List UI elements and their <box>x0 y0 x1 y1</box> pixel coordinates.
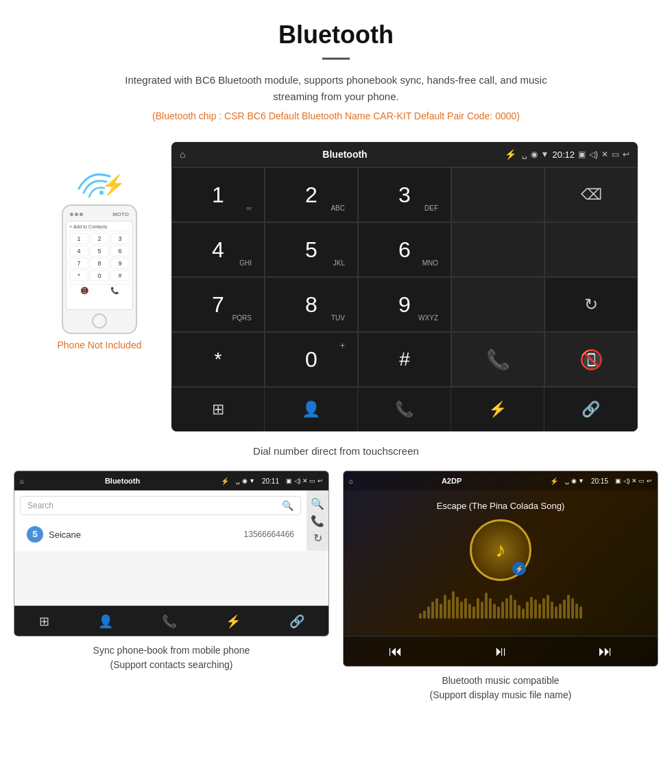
phonebook-caption: Sync phone-book from mobile phone(Suppor… <box>93 643 250 672</box>
pb-time: 20:11 <box>262 477 279 485</box>
music-waveform <box>354 591 647 619</box>
prev-track-icon[interactable]: ⏮ <box>389 643 403 659</box>
call-button[interactable]: 📞 <box>451 332 544 387</box>
music-status-bar: ⌂ A2DP ⚡ ␣ ◉ ▼ 20:15 ▣ ◁) ✕ ▭ ↩ <box>344 471 658 490</box>
volume-icon: ◁) <box>589 150 598 159</box>
pb-empty-area <box>14 551 328 606</box>
back-icon: ↩ <box>623 150 629 159</box>
title-divider <box>322 58 350 60</box>
dial-key-6[interactable]: 6 MNO <box>358 222 451 277</box>
bluetooth-badge: ⚡ <box>512 562 526 575</box>
dial-caption: Dial number direct from touchscreen <box>0 438 672 471</box>
page-description: Integrated with BC6 Bluetooth module, su… <box>103 72 569 105</box>
contact-number: 13566664466 <box>244 530 294 539</box>
dial-status-bar: ⌂ Bluetooth ⚡ ␣ ◉ ▼ 20:12 ▣ ◁) ✕ ▭ ↩ <box>171 142 638 167</box>
pb-contact: S Seicane 13566664466 <box>20 521 301 548</box>
contact-avatar: S <box>27 526 43 543</box>
pb-phone-icon[interactable]: 📞 <box>162 614 177 629</box>
pb-right-icons: 🔍 📞 ↻ <box>307 490 328 551</box>
pb-search-placeholder: Search <box>27 501 53 510</box>
dial-screen-title: Bluetooth <box>191 149 499 160</box>
backspace-button[interactable]: ⌫ <box>544 167 638 222</box>
music-note-icon: ♪ <box>496 538 506 562</box>
empty-3 <box>451 277 544 332</box>
pb-link-icon[interactable]: 🔗 <box>289 614 304 629</box>
song-title: Escape (The Pina Colada Song) <box>437 501 564 511</box>
svg-point-1 <box>99 191 104 195</box>
usb-icon: ⚡ <box>505 149 516 160</box>
pb-title: Bluetooth <box>28 477 217 485</box>
dial-key-3[interactable]: 3 DEF <box>358 167 451 222</box>
pb-status-bar: ⌂ Bluetooth ⚡ ␣ ◉ ▼ 20:11 ▣ ◁) ✕ ▭ ↩ <box>14 471 328 490</box>
dial-key-5[interactable]: 5 JKL <box>265 222 358 277</box>
svg-text:⚡: ⚡ <box>101 174 123 196</box>
pb-search-bar[interactable]: Search 🔍 <box>20 496 301 515</box>
reload-button[interactable]: ↻ <box>544 277 638 332</box>
location-icon: ◉ <box>531 150 538 159</box>
display-area <box>451 167 544 222</box>
camera-icon: ▣ <box>578 150 586 159</box>
wifi-icon: ⚡ <box>75 163 123 204</box>
phonebook-block: ⌂ Bluetooth ⚡ ␣ ◉ ▼ 20:11 ▣ ◁) ✕ ▭ ↩ Sea… <box>14 471 329 702</box>
pb-main: Search 🔍 S Seicane 13566664466 <box>14 490 307 551</box>
phone-body: MOTO + Add to Contacts 123 456 789 *0# 📵… <box>62 204 137 334</box>
dial-key-2[interactable]: 2 ABC <box>265 167 358 222</box>
status-right-icons: ␣ ◉ ▼ 20:12 ▣ ◁) ✕ ▭ ↩ <box>522 150 629 160</box>
phone-illustration: ⚡ MOTO + Add to Contacts 123 <box>34 142 165 351</box>
music-title: A2DP <box>357 477 546 485</box>
dial-key-8[interactable]: 8 TUV <box>265 277 358 332</box>
pb-search-icon[interactable]: 🔍 <box>311 497 324 510</box>
dial-bottom-bar: ⊞ 👤 📞 ⚡ 🔗 <box>171 387 638 431</box>
play-pause-icon[interactable]: ⏯ <box>494 643 507 659</box>
pb-bluetooth-icon[interactable]: ⚡ <box>226 614 241 629</box>
phonebook-frame: ⌂ Bluetooth ⚡ ␣ ◉ ▼ 20:11 ▣ ◁) ✕ ▭ ↩ Sea… <box>14 471 329 637</box>
pb-grid-icon[interactable]: ⊞ <box>39 614 49 629</box>
end-call-button[interactable]: 📵 <box>544 332 638 387</box>
dial-key-star[interactable]: * <box>171 332 265 387</box>
music-content: Escape (The Pina Colada Song) ♪ ⚡ <box>344 490 658 636</box>
bottom-screenshots: ⌂ Bluetooth ⚡ ␣ ◉ ▼ 20:11 ▣ ◁) ✕ ▭ ↩ Sea… <box>0 471 672 716</box>
empty-1 <box>451 222 544 277</box>
album-art: ♪ ⚡ <box>470 519 531 581</box>
dial-key-9[interactable]: 9 WXYZ <box>358 277 451 332</box>
status-time: 20:12 <box>552 150 575 160</box>
empty-2 <box>544 222 638 277</box>
link-icon-button[interactable]: 🔗 <box>544 388 638 431</box>
dial-key-0[interactable]: 0 + <box>265 332 358 387</box>
signal-icon: ▼ <box>541 150 549 159</box>
music-frame: ⌂ A2DP ⚡ ␣ ◉ ▼ 20:15 ▣ ◁) ✕ ▭ ↩ Escape (… <box>343 471 658 667</box>
phone-icon-button[interactable]: 📞 <box>358 388 451 431</box>
pb-reload-icon[interactable]: ↻ <box>313 532 322 545</box>
dial-key-hash[interactable]: # <box>358 332 451 387</box>
pb-content-wrapper: Search 🔍 S Seicane 13566664466 🔍 📞 ↻ <box>14 490 328 551</box>
grid-icon-button[interactable]: ⊞ <box>171 388 265 431</box>
dial-keypad: 1 ∞ 2 ABC 3 DEF ⌫ 4 GHI 5 JKL <box>171 167 638 387</box>
contact-name: Seicane <box>49 530 239 540</box>
close-icon: ✕ <box>601 150 608 159</box>
bluetooth-icon-button[interactable]: ⚡ <box>451 388 544 431</box>
dial-key-4[interactable]: 4 GHI <box>171 222 265 277</box>
pb-call-icon[interactable]: 📞 <box>311 514 324 527</box>
page-title: Bluetooth <box>14 21 658 49</box>
page-header: Bluetooth Integrated with BC6 Bluetooth … <box>0 0 672 142</box>
music-controls: ⏮ ⏯ ⏭ <box>344 636 658 666</box>
phone-not-included: Phone Not Included <box>58 340 142 351</box>
dial-screen: ⌂ Bluetooth ⚡ ␣ ◉ ▼ 20:12 ▣ ◁) ✕ ▭ ↩ 1 ∞ <box>171 142 638 431</box>
music-caption: Bluetooth music compatible(Support displ… <box>430 674 572 702</box>
home-icon: ⌂ <box>180 149 185 160</box>
dial-key-1[interactable]: 1 ∞ <box>171 167 265 222</box>
music-block: ⌂ A2DP ⚡ ␣ ◉ ▼ 20:15 ▣ ◁) ✕ ▭ ↩ Escape (… <box>343 471 658 702</box>
music-time: 20:15 <box>591 477 608 485</box>
contacts-icon-button[interactable]: 👤 <box>265 388 358 431</box>
bluetooth-specs: (Bluetooth chip : CSR BC6 Default Blueto… <box>14 110 658 121</box>
window-icon: ▭ <box>612 150 619 159</box>
pb-person-icon[interactable]: 👤 <box>98 614 113 629</box>
next-track-icon[interactable]: ⏭ <box>599 643 612 659</box>
pb-bottom-bar: ⊞ 👤 📞 ⚡ 🔗 <box>14 606 328 636</box>
bluetooth-status-icon: ␣ <box>522 150 527 159</box>
dial-key-7[interactable]: 7 PQRS <box>171 277 265 332</box>
middle-section: ⚡ MOTO + Add to Contacts 123 <box>0 142 672 438</box>
